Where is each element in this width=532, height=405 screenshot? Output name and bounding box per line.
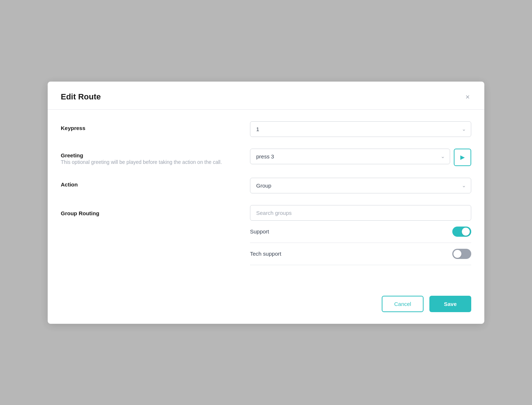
action-label-col: Action — [61, 178, 250, 188]
edit-route-modal: Edit Route × Keypress 1 2 3 ⌄ — [48, 82, 484, 324]
list-item: Tech support — [250, 243, 471, 265]
greeting-row: Greeting This optional greeting will be … — [61, 149, 471, 166]
group-routing-label-col: Group Routing — [61, 205, 250, 216]
greeting-select-wrapper: press 3 press 1 press 2 ⌄ — [250, 149, 450, 164]
keypress-label: Keypress — [61, 125, 250, 131]
modal-footer: Cancel Save — [48, 288, 484, 324]
list-item: Support — [250, 221, 471, 243]
group-routing-row: Group Routing Support — [61, 205, 471, 265]
play-button[interactable]: ▶ — [454, 149, 471, 166]
support-toggle-slider — [452, 227, 471, 237]
greeting-input-row: press 3 press 1 press 2 ⌄ ▶ — [250, 149, 471, 166]
close-button[interactable]: × — [464, 92, 471, 102]
action-label: Action — [61, 181, 250, 188]
support-toggle[interactable] — [452, 227, 471, 237]
action-select[interactable]: Group User Voicemail Queue — [250, 178, 471, 193]
keypress-select[interactable]: 1 2 3 — [250, 121, 471, 137]
group-name-tech-support: Tech support — [250, 251, 281, 257]
play-icon: ▶ — [460, 154, 465, 161]
keypress-select-wrapper: 1 2 3 ⌄ — [250, 121, 471, 137]
group-list: Support Tech support — [250, 221, 471, 265]
tech-support-toggle-slider — [452, 249, 471, 259]
modal-header: Edit Route × — [48, 82, 484, 110]
group-name-support: Support — [250, 228, 269, 235]
group-routing-label: Group Routing — [61, 210, 250, 216]
modal-body: Keypress 1 2 3 ⌄ Greeting — [48, 110, 484, 288]
action-row: Action Group User Voicemail Queue ⌄ — [61, 178, 471, 193]
modal-overlay: Edit Route × Keypress 1 2 3 ⌄ — [0, 0, 532, 405]
modal-title: Edit Route — [61, 92, 101, 102]
greeting-select[interactable]: press 3 press 1 press 2 — [250, 149, 450, 164]
tech-support-toggle[interactable] — [452, 249, 471, 259]
group-routing-section: Support Tech support — [250, 205, 471, 265]
search-groups-input[interactable] — [250, 205, 471, 221]
greeting-description: This optional greeting will be played be… — [61, 159, 222, 165]
group-routing-control-col: Support Tech support — [250, 205, 471, 265]
cancel-button[interactable]: Cancel — [382, 296, 424, 312]
keypress-row: Keypress 1 2 3 ⌄ — [61, 121, 471, 137]
keypress-label-col: Keypress — [61, 121, 250, 131]
greeting-label: Greeting — [61, 152, 250, 158]
action-control-col: Group User Voicemail Queue ⌄ — [250, 178, 471, 193]
keypress-control-col: 1 2 3 ⌄ — [250, 121, 471, 137]
greeting-control-col: press 3 press 1 press 2 ⌄ ▶ — [250, 149, 471, 166]
greeting-label-col: Greeting This optional greeting will be … — [61, 149, 250, 166]
save-button[interactable]: Save — [429, 296, 471, 312]
action-select-wrapper: Group User Voicemail Queue ⌄ — [250, 178, 471, 193]
